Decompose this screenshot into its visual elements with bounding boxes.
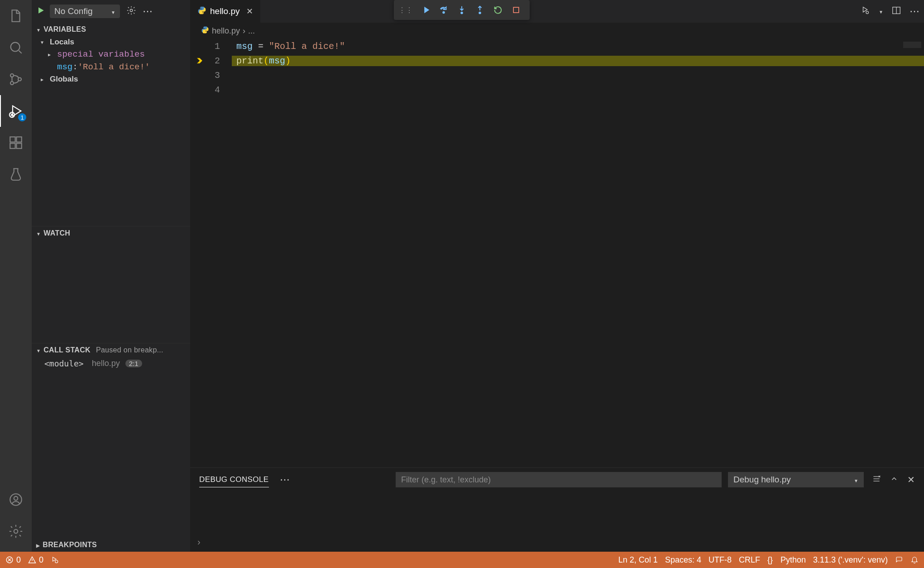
chevron-down-icon (36, 230, 41, 237)
code-line[interactable]: 1msg = "Roll a dice!" (190, 39, 924, 53)
minimap-highlight (899, 59, 924, 61)
gear-icon[interactable] (126, 5, 136, 18)
svg-rect-6 (10, 143, 15, 148)
code-editor[interactable]: 1msg = "Roll a dice!"2print(msg)34 (190, 39, 924, 467)
debug-badge: 1 (18, 113, 26, 121)
continue-button[interactable] (418, 3, 433, 17)
step-out-button[interactable] (473, 3, 487, 17)
debug-console-tab[interactable]: DEBUG CONSOLE (199, 472, 269, 487)
activity-testing-icon[interactable] (0, 159, 32, 190)
debug-target-label: Debug hello.py (733, 475, 791, 485)
breadcrumb[interactable]: hello.py › ... (190, 23, 924, 39)
status-encoding[interactable]: UTF-8 (709, 555, 732, 565)
status-lang[interactable]: {} Python (767, 555, 806, 565)
watch-section: WATCH (32, 226, 190, 343)
more-actions-icon[interactable]: ⋯ (910, 5, 919, 17)
chevron-right-icon (41, 76, 47, 83)
collapse-icon[interactable] (890, 475, 898, 485)
svg-point-3 (18, 77, 21, 81)
status-warnings[interactable]: 0 (28, 555, 43, 565)
chevron-down-icon (36, 26, 41, 33)
status-spaces[interactable]: Spaces: 4 (665, 555, 701, 565)
svg-point-10 (14, 496, 18, 501)
panel-header: DEBUG CONSOLE ⋯ Debug hello.py ✕ (190, 468, 924, 491)
breakpoints-header[interactable]: BREAKPOINTS (32, 538, 190, 552)
status-eol[interactable]: CRLF (739, 555, 760, 565)
status-debug-indicator[interactable] (51, 556, 59, 564)
close-icon[interactable]: ✕ (246, 6, 253, 16)
chevron-down-icon[interactable] (879, 7, 883, 15)
stop-button[interactable] (509, 3, 523, 17)
close-panel-icon[interactable]: ✕ (907, 474, 915, 485)
svg-rect-7 (16, 143, 21, 148)
status-feedback-icon[interactable] (895, 556, 903, 564)
variable-msg[interactable]: msg: 'Roll a dice!' (32, 61, 190, 73)
chevron-down-icon (111, 6, 115, 16)
callstack-header[interactable]: CALL STACK Paused on breakp... (32, 343, 190, 357)
variables-section: VARIABLES Locals special variables msg: … (32, 23, 190, 226)
repl-input-row[interactable]: › (190, 532, 924, 552)
start-debug-icon[interactable] (36, 6, 45, 17)
step-over-button[interactable] (436, 3, 451, 17)
svg-point-17 (479, 12, 481, 14)
activity-accounts-icon[interactable] (0, 484, 32, 515)
chevron-right-icon (36, 541, 40, 549)
breakpoints-section: BREAKPOINTS (32, 538, 190, 552)
bottom-panel: DEBUG CONSOLE ⋯ Debug hello.py ✕ (190, 467, 924, 552)
activity-manage-icon[interactable] (0, 515, 32, 547)
special-variables-group[interactable]: special variables (32, 48, 190, 61)
tab-hello[interactable]: hello.py ✕ (190, 0, 261, 23)
activity-extensions-icon[interactable] (0, 127, 32, 159)
editor-area: hello.py ✕ ⋯ ⋮⋮ (190, 0, 924, 552)
chevron-right-icon (48, 51, 54, 58)
debug-target-select[interactable]: Debug hello.py (728, 472, 864, 487)
status-bar: 0 0 Ln 2, Col 1 Spaces: 4 UTF-8 CRLF {} … (0, 552, 924, 568)
var-name: msg (57, 62, 72, 72)
status-bell-icon[interactable] (910, 556, 919, 564)
clear-console-icon[interactable] (872, 474, 881, 486)
line-number: 2 (209, 56, 232, 66)
code-line[interactable]: 4 (190, 82, 924, 97)
activity-source-control-icon[interactable] (0, 63, 32, 95)
run-debug-dropdown-icon[interactable] (861, 5, 871, 17)
drag-handle-icon[interactable]: ⋮⋮ (398, 6, 413, 14)
debug-toolbar: ⋮⋮ (394, 0, 530, 20)
line-content[interactable]: msg = "Roll a dice!" (232, 41, 924, 52)
status-cursor[interactable]: Ln 2, Col 1 (618, 555, 658, 565)
activity-run-debug-icon[interactable]: 1 (0, 95, 32, 127)
line-number: 1 (209, 41, 232, 52)
svg-point-0 (11, 43, 20, 52)
more-actions-icon[interactable]: ⋯ (143, 5, 153, 17)
step-into-button[interactable] (455, 3, 469, 17)
console-filter-input[interactable] (396, 472, 722, 487)
activity-explorer-icon[interactable] (0, 0, 32, 32)
variables-header[interactable]: VARIABLES (32, 23, 190, 36)
chevron-down-icon (41, 39, 47, 46)
code-line[interactable]: 3 (190, 68, 924, 82)
restart-button[interactable] (491, 3, 505, 17)
watch-title: WATCH (43, 229, 70, 237)
tab-bar: hello.py ✕ ⋯ (190, 0, 924, 23)
scope-locals[interactable]: Locals (32, 36, 190, 48)
lang-label: Python (780, 555, 806, 565)
breadcrumb-file: hello.py (212, 26, 240, 36)
watch-header[interactable]: WATCH (32, 226, 190, 240)
code-line[interactable]: 2print(msg) (190, 53, 924, 68)
scope-globals[interactable]: Globals (32, 73, 190, 85)
minimap[interactable] (899, 39, 924, 467)
status-errors[interactable]: 0 (5, 555, 21, 565)
status-interpreter[interactable]: 3.11.3 ('.venv': venv) (813, 555, 888, 565)
callstack-frame[interactable]: <module> hello.py 2:1 (32, 357, 190, 370)
gutter-glyph[interactable] (190, 57, 209, 65)
var-value: 'Roll a dice!' (78, 62, 150, 72)
more-tabs-icon[interactable]: ⋯ (280, 474, 290, 486)
split-editor-icon[interactable] (891, 5, 901, 17)
debug-config-select[interactable]: No Config (50, 5, 120, 18)
activity-bar: 1 (0, 0, 32, 552)
lang-icon: {} (767, 555, 773, 565)
svg-point-1 (10, 74, 14, 77)
svg-point-12 (130, 9, 133, 12)
line-content[interactable]: print(msg) (232, 56, 924, 66)
frame-file: hello.py (92, 359, 120, 368)
activity-search-icon[interactable] (0, 32, 32, 63)
